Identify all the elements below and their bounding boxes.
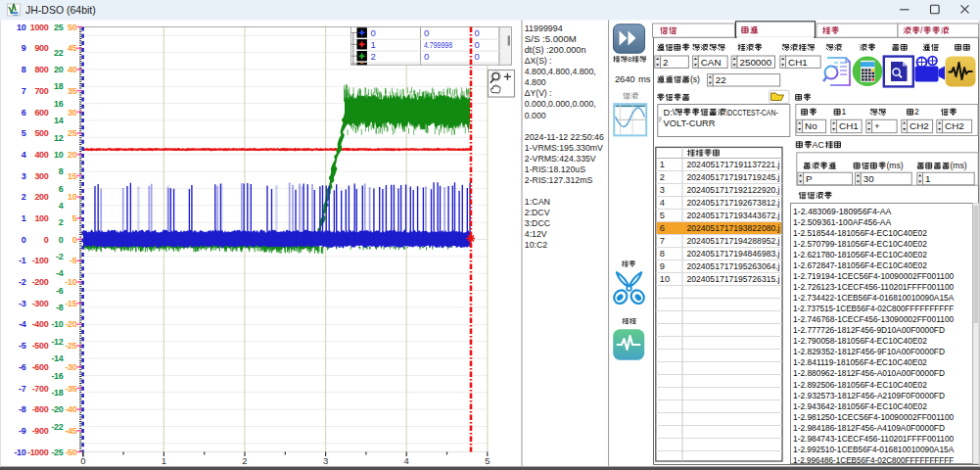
svg-text:\DCCTEST-CAN-: \DCCTEST-CAN- (725, 108, 778, 118)
svg-text:1-2.892506-181056F4-EC10C40E02: 1-2.892506-181056F4-EC10C40E02 (793, 379, 927, 390)
svg-text:2024051717195726315.j: 2024051717195726315.j (687, 274, 780, 284)
svg-text:-1: -1 (19, 256, 26, 265)
svg-text:-6: -6 (56, 286, 64, 296)
svg-text:0: 0 (44, 235, 49, 245)
svg-text:-2: -2 (19, 277, 26, 287)
svg-text:-20: -20 (65, 319, 76, 329)
svg-text:-3: -3 (19, 299, 26, 308)
svg-text:D:\: D:\ (664, 108, 676, 118)
svg-text:40: 40 (68, 65, 77, 74)
svg-text:-14: -14 (51, 353, 63, 363)
svg-text:-18: -18 (51, 388, 63, 398)
svg-text:1: 1 (371, 39, 376, 50)
svg-text:500: 500 (34, 128, 48, 138)
svg-text:2: 2 (914, 107, 919, 117)
svg-text:1-2.841119-181056F4-EC10C40E02: 1-2.841119-181056F4-EC10C40E02 (793, 356, 927, 367)
svg-text:-20: -20 (51, 404, 63, 414)
svg-text:1-2.984743-1CECF456-110201FFFF: 1-2.984743-1CECF456-110201FFFF001100 (793, 433, 954, 444)
svg-text:22: 22 (54, 48, 64, 58)
svg-text:2024051717195263064.j: 2024051717195263064.j (687, 261, 780, 271)
svg-text:-800: -800 (32, 404, 49, 414)
svg-text:1-2.996486-1CEB56F4-02C800FFFF: 1-2.996486-1CEB56F4-02C800FFFFFFFFFF (793, 454, 954, 465)
svg-text:2: 2 (660, 172, 665, 182)
svg-text:2: 2 (59, 217, 64, 227)
svg-text:30: 30 (68, 108, 77, 118)
svg-text:2:DCV: 2:DCV (525, 207, 550, 217)
svg-text:1-2.672847-181056F4-EC10C40E02: 1-2.672847-181056F4-EC10C40E02 (793, 259, 927, 270)
svg-text:1-2.880962-1812F456-A010A00F00: 1-2.880962-1812F456-A010A00F0000FD (793, 367, 945, 378)
svg-text:-2: -2 (56, 252, 64, 261)
svg-text:5: 5 (660, 211, 665, 220)
svg-text:-25: -25 (51, 447, 63, 457)
svg-text:2-RIS:127.312mS: 2-RIS:127.312mS (525, 174, 593, 185)
svg-text:-10: -10 (65, 277, 76, 287)
svg-text:-8: -8 (56, 303, 64, 312)
svg-text:2024051717192673812.j: 2024051717192673812.j (687, 198, 780, 208)
svg-text:20: 20 (54, 65, 64, 74)
svg-text:-10: -10 (14, 447, 25, 457)
svg-text:CH1: CH1 (839, 120, 859, 131)
svg-text:4: 4 (59, 201, 64, 211)
svg-text:S/S :5.000M: S/S :5.000M (525, 33, 577, 44)
svg-text:45: 45 (68, 43, 77, 53)
svg-text:0: 0 (475, 39, 480, 50)
svg-text:4: 4 (22, 150, 26, 160)
svg-text:1-2.737515-1CEB56F4-02C800FFFF: 1-2.737515-1CEB56F4-02C800FFFFFFFFFF (793, 303, 954, 313)
svg-text:2024051717193443672.j: 2024051717193443672.j (687, 211, 780, 220)
svg-text:No: No (805, 120, 817, 131)
svg-text:2: 2 (22, 192, 26, 202)
svg-text:10: 10 (54, 150, 64, 160)
svg-text:0: 0 (424, 27, 429, 38)
svg-text:22: 22 (716, 74, 726, 85)
svg-text:-4: -4 (56, 268, 64, 278)
svg-text:14: 14 (54, 116, 64, 125)
svg-text:1:CAN: 1:CAN (525, 196, 550, 207)
svg-text:1000: 1000 (30, 23, 49, 32)
svg-text:300: 300 (34, 171, 48, 181)
svg-text:-9: -9 (19, 426, 26, 436)
svg-text:3: 3 (22, 171, 26, 181)
svg-text:25: 25 (68, 128, 77, 138)
svg-text:1-2.992510-1CEB56F4-0168100100: 1-2.992510-1CEB56F4-016810010090A15A (793, 444, 955, 454)
svg-text:35: 35 (68, 86, 77, 96)
svg-text:400: 400 (34, 150, 48, 160)
svg-text:1-2.518544-181056F4-EC10C40E02: 1-2.518544-181056F4-EC10C40E02 (793, 227, 927, 238)
svg-text:-300: -300 (32, 299, 49, 308)
svg-text:-1000: -1000 (27, 447, 49, 457)
svg-text:2024051717193822080.j: 2024051717193822080.j (687, 223, 780, 233)
svg-text:25: 25 (54, 23, 64, 32)
svg-text:-10: -10 (51, 319, 63, 329)
svg-text:2024051717191137221.j: 2024051717191137221.j (687, 160, 780, 169)
svg-text:1-2.932573-1812F456-A2109F0F00: 1-2.932573-1812F456-A2109F0F0000FD (793, 390, 945, 400)
svg-text:1: 1 (162, 455, 166, 466)
svg-text:-45: -45 (65, 426, 76, 436)
svg-text:-5: -5 (70, 256, 77, 265)
svg-text:ms: ms (638, 73, 651, 84)
svg-text:VOLT-CURR: VOLT-CURR (664, 118, 716, 128)
svg-text:0: 0 (59, 235, 64, 245)
svg-text:3: 3 (660, 185, 665, 195)
svg-text:-4: -4 (19, 319, 26, 329)
svg-text:4.800,4.800,4.800,: 4.800,4.800,4.800, (525, 66, 596, 76)
svg-text:1-2.483069-180956F4-AA: 1-2.483069-180956F4-AA (793, 206, 892, 216)
svg-text:2024-11-12 22:50:46: 2024-11-12 22:50:46 (525, 131, 604, 142)
svg-text:5: 5 (72, 213, 77, 223)
svg-text:7: 7 (22, 86, 26, 96)
svg-text:2: 2 (242, 455, 247, 466)
svg-text:2024051717191719245.j: 2024051717191719245.j (687, 172, 780, 182)
svg-text:8: 8 (22, 65, 26, 74)
svg-text:700: 700 (34, 86, 48, 96)
svg-text:100: 100 (34, 213, 48, 223)
svg-text:5: 5 (485, 455, 490, 466)
svg-text:JH-DSO (64bit): JH-DSO (64bit) (25, 4, 96, 16)
svg-text:4: 4 (404, 455, 409, 466)
svg-text:2024051717194846983.j: 2024051717194846983.j (687, 249, 780, 258)
svg-text:1: 1 (925, 173, 930, 184)
svg-text:600: 600 (34, 108, 48, 118)
svg-text:50: 50 (13, 11, 19, 17)
svg-text:-900: -900 (32, 426, 49, 436)
svg-text:1: 1 (660, 160, 665, 169)
svg-text:-6: -6 (19, 362, 26, 372)
svg-text:(ms): (ms) (886, 161, 903, 170)
svg-text:0: 0 (424, 51, 429, 62)
